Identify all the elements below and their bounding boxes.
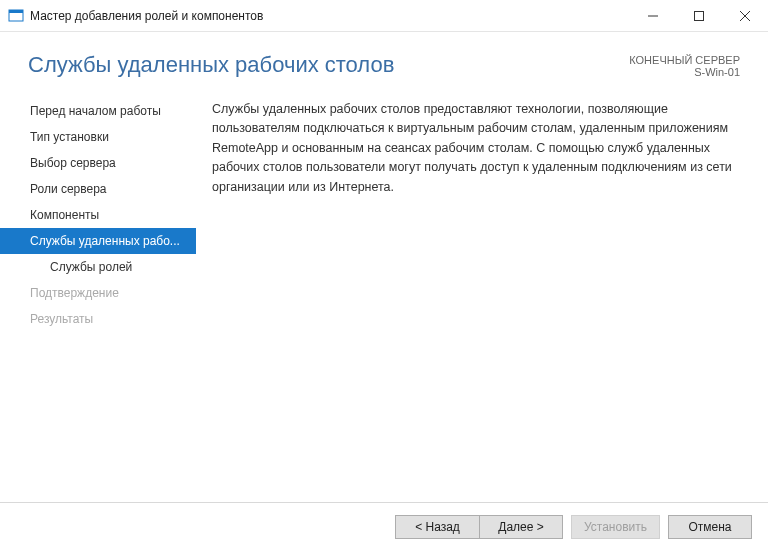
sidebar-item-installation-type[interactable]: Тип установки	[0, 124, 196, 150]
sidebar-item-server-roles[interactable]: Роли сервера	[0, 176, 196, 202]
cancel-button[interactable]: Отмена	[668, 515, 752, 539]
sidebar-item-results: Результаты	[0, 306, 196, 332]
sidebar-item-features[interactable]: Компоненты	[0, 202, 196, 228]
back-button[interactable]: < Назад	[395, 515, 479, 539]
nav-button-group: < Назад Далее >	[395, 515, 563, 539]
app-icon	[8, 8, 24, 24]
body: Перед началом работы Тип установки Выбор…	[0, 94, 768, 332]
sidebar-item-remote-desktop-services[interactable]: Службы удаленных рабо...	[0, 228, 196, 254]
close-button[interactable]	[722, 0, 768, 32]
sidebar-item-role-services[interactable]: Службы ролей	[0, 254, 196, 280]
destination-server: S-Win-01	[629, 66, 740, 78]
destination-box: КОНЕЧНЫЙ СЕРВЕР S-Win-01	[629, 52, 740, 78]
sidebar: Перед началом работы Тип установки Выбор…	[0, 94, 196, 332]
destination-label: КОНЕЧНЫЙ СЕРВЕР	[629, 54, 740, 66]
maximize-button[interactable]	[676, 0, 722, 32]
footer: < Назад Далее > Установить Отмена	[0, 502, 768, 550]
sidebar-item-confirmation: Подтверждение	[0, 280, 196, 306]
install-button: Установить	[571, 515, 660, 539]
window-controls	[630, 0, 768, 32]
sidebar-item-server-selection[interactable]: Выбор сервера	[0, 150, 196, 176]
content-panel: Службы удаленных рабочих столов предоста…	[196, 94, 768, 332]
page-title: Службы удаленных рабочих столов	[28, 52, 394, 78]
titlebar: Мастер добавления ролей и компонентов	[0, 0, 768, 32]
svg-rect-1	[9, 10, 23, 13]
header: Службы удаленных рабочих столов КОНЕЧНЫЙ…	[0, 32, 768, 94]
minimize-button[interactable]	[630, 0, 676, 32]
svg-rect-3	[695, 11, 704, 20]
description-text: Службы удаленных рабочих столов предоста…	[212, 100, 740, 197]
sidebar-item-before-you-begin[interactable]: Перед началом работы	[0, 98, 196, 124]
window-title: Мастер добавления ролей и компонентов	[30, 9, 630, 23]
next-button[interactable]: Далее >	[479, 515, 563, 539]
